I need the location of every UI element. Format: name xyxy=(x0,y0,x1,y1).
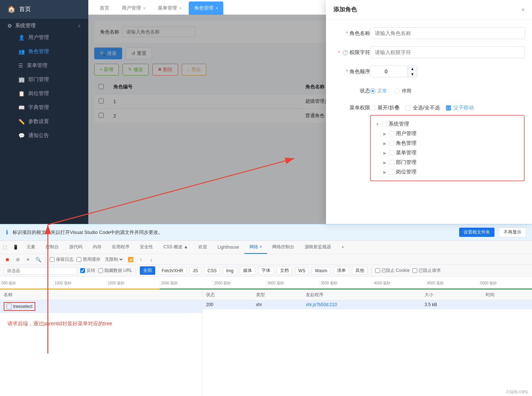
tab-network-console[interactable]: 网络控制台 xyxy=(267,241,299,254)
filter-ws[interactable]: WS xyxy=(295,267,309,274)
download-button[interactable]: ↓ xyxy=(148,256,155,263)
form-item-permission: ? 权限字符 xyxy=(333,46,525,58)
tab-user-close[interactable]: × xyxy=(143,6,145,10)
permission-input[interactable] xyxy=(370,46,525,58)
sidebar-item-role[interactable]: 👥 角色管理 xyxy=(7,45,88,59)
filter-wasm[interactable]: Wasm xyxy=(312,267,331,274)
tab-application[interactable]: 应用程序 xyxy=(107,241,135,254)
tab-user-label: 用户管理 xyxy=(122,5,141,11)
help-icon[interactable]: ? xyxy=(343,50,348,55)
tree-toggle-dept[interactable]: ▶ xyxy=(382,160,388,165)
tab-home[interactable]: 首页 xyxy=(94,1,115,14)
filter-manifest[interactable]: 清单 xyxy=(334,266,349,275)
tab-source-map[interactable]: 源映射监视器 xyxy=(299,241,336,254)
hide-data-urls-checkbox[interactable] xyxy=(98,268,103,273)
tree-check-menu[interactable] xyxy=(389,150,394,155)
tab-network[interactable]: 网络 × xyxy=(244,241,267,254)
throttle-select[interactable]: 无限制 xyxy=(103,256,124,262)
tree-check-dept[interactable] xyxy=(389,160,394,165)
tab-sources[interactable]: 源代码 xyxy=(64,241,88,254)
sidebar-item-post[interactable]: 📋 岗位管理 xyxy=(7,87,88,101)
filter-all[interactable]: 全部 xyxy=(140,266,155,275)
disable-cache-option[interactable]: 禁用缓存 xyxy=(77,256,100,263)
role-name-input[interactable] xyxy=(370,27,525,39)
preserve-log-checkbox[interactable] xyxy=(50,257,54,262)
tab-elements[interactable]: 元素 xyxy=(21,241,40,254)
status-normal[interactable]: 正常 xyxy=(370,88,387,94)
sidebar-item-param[interactable]: ✏️ 参数设置 xyxy=(7,115,88,129)
order-input[interactable] xyxy=(370,66,407,77)
blocked-cookie-label: 已阻止 Cookie xyxy=(382,267,410,274)
tab-memory[interactable]: 内存 xyxy=(88,241,107,254)
invert-option[interactable]: 反转 xyxy=(80,267,95,274)
tree-toggle-role[interactable]: ▶ xyxy=(382,140,388,146)
tab-lighthouse[interactable]: Lighthouse xyxy=(212,242,244,253)
sidebar-section-system[interactable]: ⚙ 系统管理 ∧ xyxy=(0,19,88,31)
tab-user[interactable]: 用户管理 × xyxy=(116,1,151,14)
tab-role[interactable]: 角色管理 × xyxy=(189,1,223,15)
tree-toggle-post[interactable]: ▶ xyxy=(382,169,388,175)
tree-check-post[interactable] xyxy=(389,169,394,175)
tab-welcome[interactable]: 欢迎 xyxy=(193,241,212,254)
tree-check-system[interactable] xyxy=(382,122,387,127)
sidebar-item-notice[interactable]: 💬 通知公告 xyxy=(7,129,88,143)
filter-font[interactable]: 字体 xyxy=(258,266,274,275)
expand-option[interactable]: 展开/折叠 xyxy=(370,105,400,111)
network-row-treeselect[interactable]: treeselect xyxy=(0,300,202,313)
filter-other[interactable]: 其他 xyxy=(352,266,368,275)
sidebar-item-menu[interactable]: ☰ 菜单管理 xyxy=(7,59,88,73)
tab-menu-label: 菜单管理 xyxy=(158,5,177,11)
dismiss-button[interactable]: 不再显示 xyxy=(499,227,526,237)
spinner-down[interactable]: ▼ xyxy=(408,71,417,77)
filter-css[interactable]: CSS xyxy=(204,267,220,274)
filter-doc[interactable]: 文档 xyxy=(277,266,292,275)
tab-network-close[interactable]: × xyxy=(259,244,262,249)
tab-menu[interactable]: 菜单管理 × xyxy=(152,1,187,14)
filter-button[interactable]: 🔍 xyxy=(35,256,42,263)
tab-css-overview[interactable]: CSS 概述 ▲ xyxy=(158,241,193,254)
tree-toggle-menu[interactable]: ▶ xyxy=(382,150,388,156)
tab-menu-close[interactable]: × xyxy=(179,6,181,10)
filter-fetch-xhr[interactable]: Fetch/XHR xyxy=(158,267,187,274)
spinner-up[interactable]: ▲ xyxy=(408,66,417,71)
filter-input[interactable] xyxy=(4,267,77,274)
blocked-request-option[interactable]: 已阻止请求 xyxy=(412,267,441,274)
sidebar-item-dept[interactable]: 🏢 部门管理 xyxy=(7,73,88,87)
sidebar-item-user[interactable]: 👤 用户管理 xyxy=(7,31,88,45)
blocked-request-checkbox[interactable] xyxy=(412,268,417,273)
initiator-link[interactable]: xhr.js?b50d:210 xyxy=(306,302,337,307)
sidebar-item-dict[interactable]: 📖 字典管理 xyxy=(7,101,88,115)
preserve-log-option[interactable]: 保留日志 xyxy=(50,256,74,263)
upload-button[interactable]: ↑ xyxy=(137,256,145,263)
hide-data-urls-option[interactable]: 隐藏数据 URL xyxy=(98,267,132,274)
blocked-cookie-checkbox[interactable] xyxy=(375,268,380,273)
blocked-cookie-option[interactable]: 已阻止 Cookie xyxy=(375,267,410,274)
dialog-close-button[interactable]: × xyxy=(521,7,525,13)
cascade-option[interactable]: ✓ 父子联动 xyxy=(446,105,474,111)
devtools-panel: ⬚ 📱 元素 控制台 源代码 内存 应用程序 安全性 CSS 概述 ▲ 欢迎 L… xyxy=(0,240,532,396)
set-root-button[interactable]: 设置根文件夹 xyxy=(459,228,494,237)
tree-toggle-user[interactable]: ▶ xyxy=(382,131,388,137)
disable-cache-checkbox[interactable] xyxy=(77,257,81,262)
tree-check-role[interactable] xyxy=(389,141,394,146)
devtools-device-icon[interactable]: 📱 xyxy=(10,242,21,253)
record-button[interactable]: ⏺ xyxy=(4,256,11,263)
clear-button[interactable]: ≡ xyxy=(24,256,32,263)
select-all-option[interactable]: 全选/全不选 xyxy=(405,105,440,111)
filter-media[interactable]: 媒体 xyxy=(240,266,255,275)
tab-add[interactable]: + xyxy=(336,242,349,253)
tree-check-user[interactable] xyxy=(389,131,394,136)
invert-checkbox[interactable] xyxy=(80,268,85,273)
stop-button[interactable]: ⊘ xyxy=(14,256,21,263)
filter-img[interactable]: Img xyxy=(223,267,237,274)
tree-toggle-system[interactable]: ▼ xyxy=(375,121,380,127)
tab-security[interactable]: 安全性 xyxy=(135,241,158,254)
devtools-inspect-icon[interactable]: ⬚ xyxy=(0,242,10,253)
dict-icon: 📖 xyxy=(18,105,25,111)
tab-console[interactable]: 控制台 xyxy=(40,241,64,254)
tab-role-close[interactable]: × xyxy=(216,6,218,10)
offline-button[interactable]: 📶 xyxy=(127,256,134,263)
status-disabled[interactable]: 停用 xyxy=(394,88,411,94)
filter-js[interactable]: JS xyxy=(189,267,201,274)
sidebar-logo[interactable]: 🏠 首页 xyxy=(0,0,88,19)
